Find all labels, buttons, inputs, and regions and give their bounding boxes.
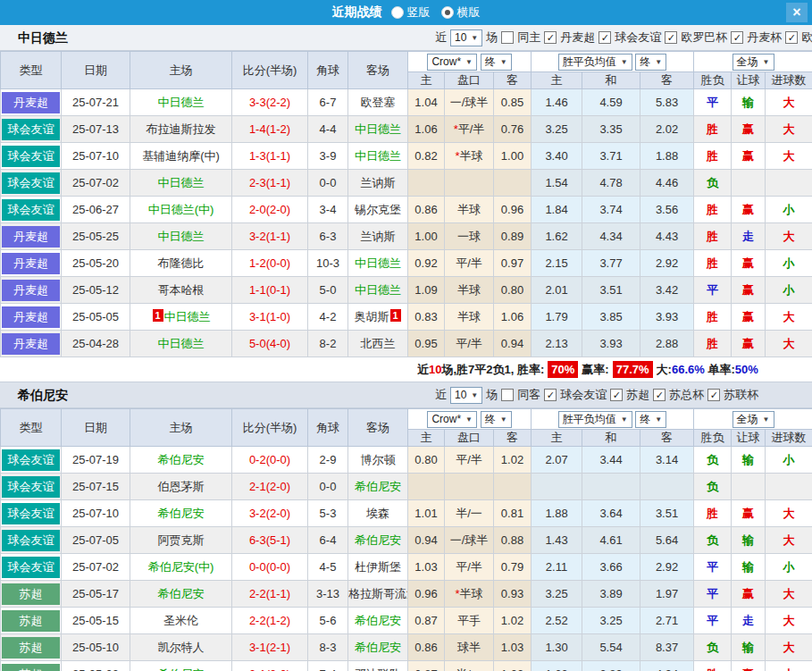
league-type-badge: 丹麦超 [2,253,60,274]
match-count-select[interactable]: 10▼ [450,29,482,46]
mean-home: 2.13 [532,331,582,357]
scope-select[interactable]: 全场▼ [732,54,774,71]
match-date: 25-05-10 [62,634,130,661]
league-type-label: 球会友谊 [8,507,54,520]
league-type-label: 苏超 [20,641,43,654]
mean-draw: 5.54 [582,634,640,661]
same-venue-checkbox[interactable]: ✓ [501,389,514,401]
match-count-select[interactable]: 10▼ [450,387,482,404]
table-row: 丹麦超25-05-12哥本哈根1-1(0-1)5-0中日德兰1.09半球0.80… [1,277,812,304]
odds-handicap: *平/半 [445,116,494,143]
league-filter-checkbox[interactable]: ✓ [665,31,677,44]
away-team-name: 中日德兰 [355,256,401,270]
league-type-badge: 丹麦超 [2,92,60,113]
match-date: 25-05-05 [62,304,130,331]
league-filter-checkbox[interactable]: ✓ [544,31,557,44]
match-count-value: 10 [455,389,466,402]
away-team-name: 博尔顿 [361,453,396,466]
corners: 3-9 [308,143,348,170]
league-filter-checkbox[interactable]: ✓ [785,31,798,44]
league-filter-checkbox[interactable]: ✓ [544,389,557,401]
mean-type-select-label: 胜平负均值 [563,55,616,69]
mean-away: 2.92 [640,554,694,581]
crow-source-select[interactable]: Crow*▼ [427,411,477,428]
radio-icon[interactable] [441,6,454,19]
mean-home: 3.40 [532,143,582,170]
games-label: 场 [486,382,498,407]
radio-horizontal-layout[interactable]: 横版 [441,4,481,21]
league-filter-checkbox[interactable]: ✓ [731,31,743,44]
mean-home: 1.46 [532,89,582,116]
close-icon[interactable]: × [786,3,808,22]
match-score: 0-0(0-0) [232,554,308,581]
home-team: 中日德兰(中) [130,197,232,223]
corners: 8-3 [308,634,348,661]
crow-source-select[interactable]: Crow*▼ [427,54,477,71]
column-header: 盘口 [445,72,494,89]
league-filter-checkbox[interactable]: ✓ [610,389,623,401]
mean-home: 1.62 [532,223,582,250]
check-icon: ✓ [710,390,718,400]
league-filter-checkbox[interactable]: ✓ [707,389,720,401]
league-filter-checkbox[interactable]: ✓ [599,31,611,44]
match-type-badge: 苏超 [1,608,62,634]
corners: 4-4 [308,116,348,143]
table-row: 苏超25-05-10凯尔特人3-1(2-1)8-3希伯尼安0.86球半1.031… [1,634,812,661]
corners: 2-9 [308,447,348,474]
radio-vertical-layout[interactable]: 竖版 [391,4,431,21]
match-type-badge: 丹麦超 [1,223,62,250]
same-venue-checkbox[interactable]: ✓ [501,31,514,44]
odds-away: 0.88 [494,527,532,554]
handicap-text: 平/半 [456,337,482,350]
result-handicap: 赢 [732,116,766,143]
league-type-label: 球会友谊 [8,203,54,216]
home-team-name: 中日德兰 [158,176,205,189]
final-odds-select[interactable]: 终▼ [635,54,666,71]
home-team: 希伯尼安 [130,581,232,608]
column-header: 进球数 [766,430,812,447]
mean-draw: 3.89 [582,581,640,608]
mean-dropdown-group: 胜平负均值▼ 终▼ [532,409,694,430]
mean-draw: 4.78 [582,170,640,197]
away-team: 博尔顿 [348,447,408,474]
odds-away [494,474,532,500]
league-filter-checkbox[interactable]: ✓ [653,389,666,401]
match-score: 0-2(0-0) [232,447,308,474]
mean-type-select[interactable]: 胜平负均值▼ [558,54,632,71]
match-type-badge: 球会友谊 [1,143,62,170]
away-team: 中日德兰 [348,143,408,170]
result-goals: 小 [766,447,812,474]
column-header: 角球 [308,409,348,447]
handicap-text: 半/一 [456,507,482,520]
mean-home: 1.43 [532,527,582,554]
mean-away: 5.64 [640,527,694,554]
final-odds-select[interactable]: 终▼ [481,411,512,428]
league-type-badge: 丹麦超 [2,306,60,328]
mean-away: 3.42 [640,277,694,304]
layout-radio-group: 竖版 横版 [391,4,481,21]
mean-type-select[interactable]: 胜平负均值▼ [558,411,632,428]
league-filter-label: 苏联杯 [724,382,758,407]
result-handicap: 赢 [732,143,766,170]
mean-away: 4.94 [640,661,694,671]
match-type-badge: 丹麦超 [1,304,62,331]
result-handicap: 输 [732,447,766,474]
mean-away: 2.92 [640,250,694,277]
result-handicap: 走 [732,223,766,250]
match-type-badge: 丹麦超 [1,250,62,277]
games-label: 场 [486,25,498,50]
league-type-badge: 球会友谊 [2,172,60,194]
scope-select[interactable]: 全场▼ [732,411,774,428]
odds-home: 0.86 [408,634,445,661]
result-outcome: 胜 [694,500,732,527]
final-odds-select[interactable]: 终▼ [635,411,666,428]
mean-draw [582,474,640,500]
radio-icon[interactable] [391,6,404,19]
result-handicap: 赢 [732,197,766,223]
away-team: 杜伊斯堡 [348,554,408,581]
column-header: 胜负 [694,430,732,447]
odds-home: 0.82 [408,143,445,170]
column-header: 主 [532,430,582,447]
table-row: 球会友谊25-07-10基辅迪纳摩(中)1-3(1-1)3-9中日德兰0.82*… [1,143,812,170]
final-odds-select[interactable]: 终▼ [481,54,512,71]
